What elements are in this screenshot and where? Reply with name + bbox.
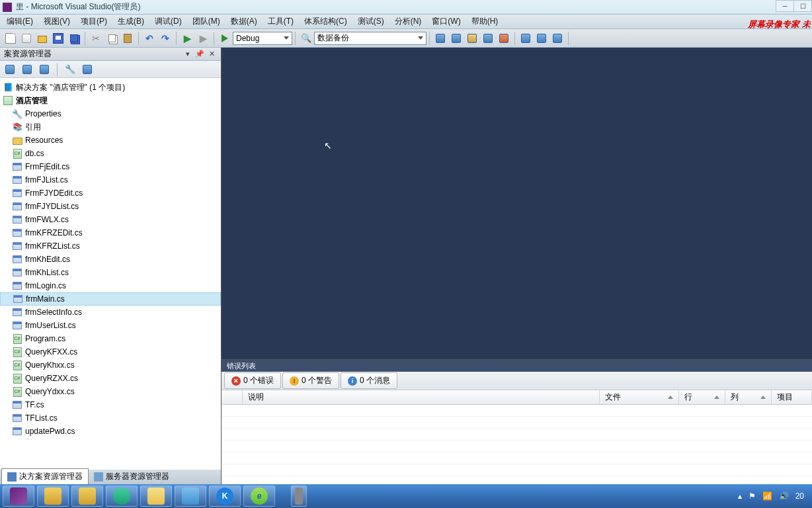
- solution-tree[interactable]: 📘 解决方案 "酒店管理" (1 个项目) 酒店管理 🔧Properties📚引…: [0, 78, 221, 470]
- menu-item[interactable]: 窗口(W): [426, 14, 466, 29]
- col-file[interactable]: 文件: [600, 390, 679, 404]
- tree-node-file[interactable]: frmMain.cs: [0, 292, 221, 306]
- panel-pin-button[interactable]: 📌: [194, 49, 205, 60]
- find-combo[interactable]: 数据备份: [314, 32, 426, 45]
- tree-node-file[interactable]: Program.cs: [0, 332, 221, 345]
- menu-item[interactable]: 帮助(H): [466, 14, 504, 29]
- task-vs[interactable]: [3, 486, 34, 507]
- task-explorer[interactable]: [140, 486, 172, 507]
- menu-item[interactable]: 生成(B): [112, 14, 149, 29]
- tree-node-file[interactable]: TFList.cs: [0, 411, 221, 425]
- tree-node-file[interactable]: frmFJYDList.cs: [0, 200, 221, 213]
- task-app-1[interactable]: [37, 486, 69, 507]
- sol-showall-button[interactable]: [80, 62, 95, 77]
- tree-node-file[interactable]: updatePwd.cs: [0, 425, 221, 438]
- toolbox-button-8[interactable]: [550, 31, 565, 46]
- menu-item[interactable]: 调试(D): [149, 14, 187, 29]
- tree-node-file[interactable]: frmKFRZEDit.cs: [0, 226, 221, 239]
- tree-node-file[interactable]: 📚引用: [0, 120, 221, 134]
- menu-item[interactable]: 分析(N): [389, 14, 427, 29]
- tree-node-file[interactable]: frmKFRZList.cs: [0, 239, 221, 253]
- tree-node-file[interactable]: FrmFJYDEdit.cs: [0, 187, 221, 200]
- tray-network-icon[interactable]: 📶: [762, 491, 772, 501]
- tray-up-icon[interactable]: ▴: [738, 491, 742, 501]
- toolbox-button-3[interactable]: [465, 31, 479, 46]
- sol-properties-button[interactable]: 🔧: [63, 62, 77, 77]
- tree-node-file[interactable]: 🔧Properties: [0, 107, 221, 120]
- redo-button[interactable]: ↷: [158, 31, 173, 46]
- project-node[interactable]: 酒店管理: [0, 94, 221, 107]
- task-app-5[interactable]: K: [209, 486, 241, 507]
- menu-item[interactable]: 测试(S): [352, 14, 389, 29]
- task-app-4[interactable]: [175, 486, 206, 507]
- solution-root-node[interactable]: 📘 解决方案 "酒店管理" (1 个项目): [0, 81, 221, 94]
- sol-collapse-button[interactable]: [37, 62, 52, 77]
- sol-home-button[interactable]: [3, 62, 17, 77]
- tree-node-file[interactable]: QueryRZXX.cs: [0, 372, 221, 385]
- menu-item[interactable]: 编辑(E): [1, 14, 38, 29]
- tree-node-file[interactable]: frmSelectInfo.cs: [0, 306, 221, 319]
- toolbox-button-7[interactable]: [534, 31, 549, 46]
- solution-config-combo[interactable]: Debug: [233, 32, 292, 45]
- menu-item[interactable]: 数据(A): [225, 14, 263, 29]
- menu-item[interactable]: 团队(M): [187, 14, 225, 29]
- menu-item[interactable]: 项目(P): [75, 14, 112, 29]
- task-ie[interactable]: e: [243, 486, 275, 507]
- tab-solution-explorer[interactable]: 决方案资源管理器: [1, 468, 89, 484]
- tree-node-file[interactable]: frmFJList.cs: [0, 173, 221, 187]
- start-debug-button[interactable]: [218, 31, 232, 46]
- col-description[interactable]: 说明: [243, 390, 600, 404]
- tray-volume-icon[interactable]: 🔊: [779, 491, 789, 501]
- tree-node-file[interactable]: TF.cs: [0, 398, 221, 411]
- toolbox-button-4[interactable]: [481, 31, 495, 46]
- tree-node-file[interactable]: frmFWLX.cs: [0, 213, 221, 226]
- tree-node-file[interactable]: db.cs: [0, 147, 221, 160]
- nav-back-button[interactable]: ▶: [180, 31, 194, 46]
- menu-item[interactable]: 工具(T): [263, 14, 299, 29]
- maximize-button[interactable]: ☐: [793, 0, 812, 12]
- tray-clock[interactable]: 20: [795, 491, 804, 501]
- tree-node-file[interactable]: frmKhList.cs: [0, 266, 221, 279]
- paste-button[interactable]: [120, 31, 135, 46]
- tree-node-file[interactable]: frmUserList.cs: [0, 319, 221, 332]
- menu-item[interactable]: 视图(V): [38, 14, 75, 29]
- open-button[interactable]: [35, 31, 50, 46]
- new-file-button[interactable]: [19, 31, 34, 46]
- menu-item[interactable]: 体系结构(C): [299, 14, 352, 29]
- tree-node-file[interactable]: Resources: [0, 134, 221, 147]
- undo-button[interactable]: ↶: [142, 31, 157, 46]
- task-app-6[interactable]: [291, 486, 307, 507]
- panel-close-button[interactable]: ✕: [206, 49, 217, 60]
- panel-dropdown-button[interactable]: ▾: [183, 49, 193, 60]
- minimize-button[interactable]: ─: [776, 0, 794, 12]
- save-all-button[interactable]: [67, 31, 81, 46]
- col-line[interactable]: 行: [679, 390, 725, 404]
- col-icon[interactable]: [222, 390, 243, 404]
- messages-filter-button[interactable]: i 0 个消息: [341, 372, 397, 389]
- toolbox-button-5[interactable]: [497, 31, 511, 46]
- task-app-3[interactable]: [106, 486, 138, 507]
- cut-button[interactable]: ✂: [89, 31, 103, 46]
- warnings-filter-button[interactable]: ! 0 个警告: [282, 372, 339, 389]
- new-project-button[interactable]: [3, 31, 18, 46]
- copy-button[interactable]: [104, 31, 119, 46]
- toolbox-button-2[interactable]: [449, 31, 464, 46]
- errors-filter-button[interactable]: ✕ 0 个错误: [224, 372, 281, 389]
- tree-node-file[interactable]: QueryKFXX.cs: [0, 345, 221, 359]
- tree-node-file[interactable]: QueryYdxx.cs: [0, 385, 221, 398]
- sol-refresh-button[interactable]: [20, 62, 34, 77]
- error-grid-body[interactable]: [222, 405, 812, 484]
- save-button[interactable]: [51, 31, 65, 46]
- toolbox-button-1[interactable]: [433, 31, 448, 46]
- tab-server-explorer[interactable]: 服务器资源管理器: [89, 469, 175, 484]
- toolbox-button-6[interactable]: [518, 31, 533, 46]
- nav-forward-button[interactable]: ▶: [196, 31, 210, 46]
- tray-flag-icon[interactable]: ⚑: [749, 491, 756, 501]
- tree-node-file[interactable]: frmKhEdit.cs: [0, 253, 221, 266]
- tree-node-file[interactable]: FrmFjEdit.cs: [0, 160, 221, 173]
- find-button[interactable]: 🔍: [299, 31, 313, 46]
- col-project[interactable]: 项目: [772, 390, 812, 404]
- task-app-2[interactable]: [71, 486, 103, 507]
- col-column[interactable]: 列: [725, 390, 772, 404]
- tree-node-file[interactable]: frmLogin.cs: [0, 279, 221, 292]
